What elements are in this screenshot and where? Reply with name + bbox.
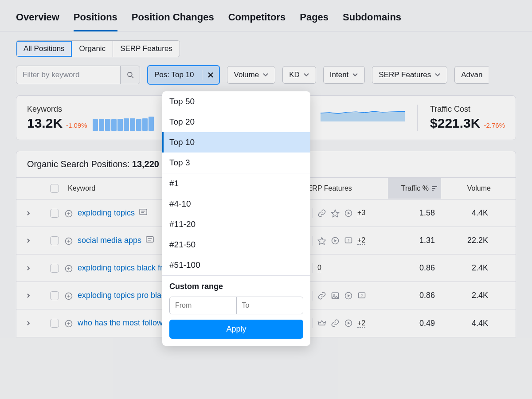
card-keywords-label: Keywords — [27, 105, 87, 114]
add-keyword-button[interactable] — [64, 292, 73, 301]
volume-value: 4.4K — [441, 208, 494, 218]
position-type-segments: All Positions Organic SERP Features — [16, 40, 180, 57]
filter-kd[interactable]: KD — [282, 66, 316, 84]
link-icon — [317, 209, 326, 218]
row-checkbox[interactable] — [50, 319, 59, 328]
play-icon — [344, 319, 353, 328]
filter-advanced[interactable]: Advan — [454, 66, 489, 84]
snippet-icon-wrap[interactable] — [139, 208, 147, 215]
position-option[interactable]: #21-50 — [162, 235, 310, 255]
row-expand[interactable] — [16, 210, 45, 216]
keyword-search-button[interactable] — [120, 66, 140, 84]
keyword-link[interactable]: exploding topics — [78, 208, 135, 218]
position-option[interactable]: Top 20 — [162, 112, 310, 132]
row-checkbox[interactable] — [50, 291, 59, 300]
nav-tabs: Overview Positions Position Changes Comp… — [0, 0, 532, 31]
star-icon — [317, 236, 326, 245]
position-option[interactable]: #1 — [162, 173, 310, 194]
tab-overview[interactable]: Overview — [16, 9, 59, 31]
apply-button[interactable]: Apply — [169, 320, 303, 339]
svg-marker-67 — [348, 322, 350, 325]
position-option[interactable]: Top 50 — [162, 91, 310, 112]
svg-marker-18 — [348, 211, 350, 215]
crown-icon — [317, 319, 326, 328]
filter-serp-features[interactable]: SERP Features — [372, 66, 447, 84]
image-icon — [331, 291, 340, 300]
row-expand[interactable] — [16, 238, 45, 244]
segment-organic[interactable]: Organic — [72, 41, 113, 57]
volume-value: 4.4K — [441, 319, 494, 328]
card-traffic-cost-delta: -2.76% — [484, 121, 505, 129]
tab-positions[interactable]: Positions — [74, 9, 117, 31]
filter-position[interactable]: Pos: Top 10 — [147, 65, 220, 85]
row-expand[interactable] — [16, 320, 45, 326]
row-expand[interactable] — [16, 293, 45, 299]
col-volume[interactable]: Volume — [441, 178, 494, 199]
chevron-right-icon — [26, 320, 31, 326]
add-keyword-button[interactable] — [64, 237, 73, 246]
serp-features-cell: 0 — [299, 263, 388, 273]
snippet-icon-wrap[interactable] — [146, 236, 154, 243]
position-option[interactable]: #4-10 — [162, 194, 310, 214]
row-checkbox[interactable] — [50, 209, 59, 218]
keyword-link[interactable]: social media apps — [78, 236, 141, 245]
tab-position-changes[interactable]: Position Changes — [132, 9, 214, 31]
keywords-sparkline — [93, 116, 154, 131]
svg-text:?: ? — [348, 238, 349, 242]
tab-competitors[interactable]: Competitors — [228, 9, 286, 31]
keyword-search — [16, 66, 140, 84]
add-icon — [64, 292, 73, 301]
snippet-icon — [139, 208, 147, 215]
select-all-checkbox[interactable] — [50, 184, 59, 193]
chevron-down-icon — [303, 73, 309, 77]
chevron-right-icon — [26, 210, 31, 216]
custom-range-from[interactable] — [170, 297, 237, 314]
segment-all-positions[interactable]: All Positions — [16, 41, 72, 57]
add-keyword-button[interactable] — [64, 319, 73, 328]
col-serp-features[interactable]: SERP Features — [299, 178, 388, 199]
position-option[interactable]: #51-100 — [162, 255, 310, 275]
traffic-percent: 1.31 — [388, 236, 441, 245]
chevron-down-icon — [262, 73, 269, 77]
add-icon — [64, 264, 73, 273]
svg-marker-16 — [332, 210, 339, 217]
play-icon — [331, 236, 340, 245]
message-icon: ? — [344, 236, 353, 245]
add-icon — [64, 209, 73, 218]
row-expand[interactable] — [16, 265, 45, 271]
serp-more-count[interactable]: 0 — [317, 264, 321, 272]
serp-more-count[interactable]: +3 — [357, 209, 365, 217]
custom-range-to[interactable] — [237, 297, 303, 314]
svg-rect-22 — [146, 236, 153, 242]
position-option[interactable]: #11-20 — [162, 214, 310, 235]
segment-serp-features[interactable]: SERP Features — [113, 41, 180, 57]
traffic-percent: 0.86 — [388, 263, 441, 273]
filter-volume[interactable]: Volume — [227, 66, 275, 84]
svg-rect-10 — [140, 209, 147, 215]
serp-features-cell: +2 — [299, 318, 388, 328]
filter-bar: Pos: Top 10 Volume KD Intent SERP Featur… — [0, 57, 532, 85]
serp-more-count[interactable]: +2 — [357, 236, 365, 245]
custom-range-inputs — [169, 297, 303, 314]
add-keyword-button[interactable] — [64, 264, 73, 273]
filter-intent[interactable]: Intent — [323, 66, 365, 84]
card-keywords-delta: -1.09% — [66, 121, 87, 129]
position-option[interactable]: Top 10 — [162, 132, 310, 153]
keyword-search-input[interactable] — [16, 66, 120, 84]
row-checkbox[interactable] — [50, 264, 59, 273]
row-checkbox[interactable] — [50, 236, 59, 245]
serp-more-count[interactable]: +2 — [357, 319, 365, 328]
tab-pages[interactable]: Pages — [300, 9, 329, 31]
svg-line-1 — [132, 76, 133, 78]
search-icon — [126, 71, 134, 79]
svg-point-0 — [128, 72, 132, 77]
trend-sparkline — [321, 105, 405, 121]
position-option[interactable]: Top 3 — [162, 153, 310, 173]
svg-text:?: ? — [361, 293, 363, 297]
tab-subdomains[interactable]: Subdomains — [343, 9, 401, 31]
chevron-down-icon — [434, 73, 441, 77]
link-icon — [331, 319, 340, 328]
col-traffic-percent[interactable]: Traffic % — [388, 178, 441, 199]
filter-position-clear[interactable] — [202, 70, 219, 80]
add-keyword-button[interactable] — [64, 209, 73, 218]
